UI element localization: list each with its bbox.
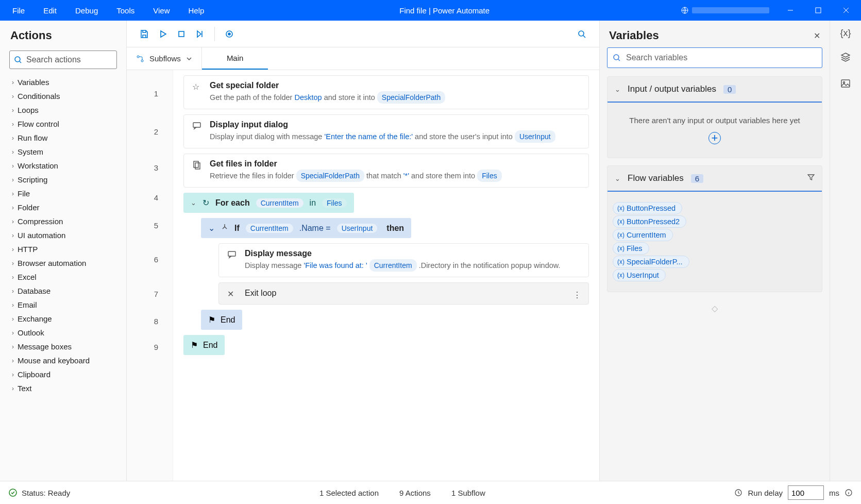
run-button[interactable] — [154, 25, 172, 43]
chevron-right-icon: › — [8, 93, 18, 100]
close-button[interactable] — [834, 0, 858, 21]
delay-input[interactable] — [788, 485, 824, 500]
action-category[interactable]: ›HTTP — [2, 242, 126, 256]
step-get-special-folder[interactable]: ☆ Get special folder Get the path of the… — [183, 75, 589, 109]
step-title: Display input dialog — [210, 120, 555, 129]
action-category[interactable]: ›Run flow — [2, 131, 126, 145]
search-flow-button[interactable] — [572, 25, 591, 43]
action-category[interactable]: ›Clipboard — [2, 367, 126, 381]
action-category[interactable]: ›Flow control — [2, 117, 126, 131]
action-category[interactable]: ›UI automation — [2, 228, 126, 242]
record-button[interactable] — [220, 25, 239, 43]
subflows-dropdown[interactable]: Subflows — [127, 47, 202, 70]
step-if[interactable]: ⌄ If CurrentItem .Name = UserInput then — [201, 218, 411, 238]
flow-section-header[interactable]: ⌄ Flow variables 6 — [607, 166, 822, 192]
action-category[interactable]: ›Mouse and keyboard — [2, 354, 126, 367]
menu-edit[interactable]: Edit — [34, 6, 66, 15]
chevron-right-icon: › — [8, 315, 18, 323]
collapse-icon[interactable]: ⌄ — [208, 223, 215, 233]
action-category[interactable]: ›Outlook — [2, 326, 126, 340]
action-category[interactable]: ›Workstation — [2, 159, 126, 173]
action-category[interactable]: ›Email — [2, 298, 126, 312]
chevron-down-icon: ⌄ — [615, 86, 620, 93]
io-section-header[interactable]: ⌄ Input / output variables 0 — [607, 77, 822, 103]
line-number: 1 — [127, 75, 173, 111]
var-chip[interactable]: (x) ButtonPressed2 — [613, 215, 686, 228]
menu-view[interactable]: View — [144, 6, 179, 15]
chevron-right-icon: › — [8, 385, 18, 392]
menu-tools[interactable]: Tools — [107, 6, 144, 15]
action-category[interactable]: ›Folder — [2, 200, 126, 214]
svg-point-8 — [141, 60, 143, 62]
var-chip[interactable]: (x) SpecialFolderP... — [613, 256, 689, 268]
flow-variable[interactable]: (x) ButtonPressed2 — [613, 215, 817, 225]
search-actions-input[interactable]: Search actions — [9, 51, 117, 69]
canvas-toolbar — [127, 21, 599, 47]
action-category[interactable]: ›Text — [2, 381, 126, 395]
minimize-button[interactable] — [779, 0, 802, 21]
flow-variable[interactable]: (x) UserInput — [613, 269, 817, 278]
chevron-right-icon: › — [8, 218, 18, 225]
actions-category-list[interactable]: ›Variables›Conditionals›Loops›Flow contr… — [0, 75, 126, 481]
add-io-variable-button[interactable]: + — [708, 132, 721, 144]
subflow-icon — [136, 55, 144, 63]
action-category[interactable]: ›Loops — [2, 103, 126, 117]
step-end-for[interactable]: ⚑ End — [183, 335, 225, 355]
action-category[interactable]: ›Exchange — [2, 312, 126, 326]
step-get-files-in-folder[interactable]: Get files in folder Retrieve the files i… — [183, 154, 589, 188]
layers-rail-icon[interactable] — [840, 52, 851, 65]
search-variables-input[interactable]: Search variables — [607, 47, 822, 68]
action-category[interactable]: ›Browser automation — [2, 256, 126, 270]
action-category[interactable]: ›Excel — [2, 270, 126, 284]
step-display-message[interactable]: Display message Display message 'File wa… — [218, 243, 589, 277]
chevron-right-icon: › — [8, 288, 18, 295]
menu-help[interactable]: Help — [179, 6, 214, 15]
var-chip[interactable]: (x) ButtonPressed — [613, 202, 682, 214]
actions-heading: Actions — [0, 21, 126, 48]
stop-button[interactable] — [172, 25, 191, 43]
collapse-icon[interactable]: ⌄ — [191, 199, 196, 207]
flow-variable[interactable]: (x) ButtonPressed — [613, 202, 817, 211]
action-category[interactable]: ›Variables — [2, 75, 126, 89]
images-rail-icon[interactable] — [840, 78, 851, 91]
variables-rail-icon[interactable]: {x} — [840, 28, 851, 39]
filter-icon[interactable] — [807, 174, 815, 183]
flow-variable[interactable]: (x) CurrentItem — [613, 229, 817, 238]
var-chip[interactable]: (x) CurrentItem — [613, 229, 673, 241]
maximize-button[interactable] — [806, 0, 830, 21]
right-rail: {x} — [830, 21, 861, 481]
dialog-icon — [227, 249, 238, 272]
clock-icon — [734, 489, 742, 497]
menu-file[interactable]: File — [3, 6, 34, 15]
chevron-right-icon: › — [8, 190, 18, 197]
menu-debug[interactable]: Debug — [66, 6, 107, 15]
save-button[interactable] — [135, 25, 154, 43]
action-category[interactable]: ›System — [2, 145, 126, 159]
action-category[interactable]: ›Scripting — [2, 173, 126, 187]
var-chip[interactable]: (x) Files — [613, 242, 649, 255]
step-exit-loop[interactable]: ✕ Exit loop ⋮ — [218, 282, 589, 305]
action-category[interactable]: ›Compression — [2, 214, 126, 228]
more-menu-icon[interactable]: ⋮ — [573, 290, 581, 300]
action-category[interactable]: ›Database — [2, 284, 126, 298]
tab-main[interactable]: Main — [202, 47, 268, 70]
star-icon: ☆ — [192, 81, 202, 104]
step-desc: Display message 'File was found at: ' Cu… — [245, 259, 561, 272]
close-icon[interactable]: ✕ — [814, 31, 820, 41]
chevron-right-icon: › — [8, 357, 18, 364]
svg-rect-10 — [194, 161, 198, 167]
environment-badge[interactable] — [676, 6, 774, 14]
step-end-if[interactable]: ⚑ End — [201, 310, 242, 330]
end-label: End — [221, 315, 235, 325]
step-button[interactable] — [191, 25, 209, 43]
action-category[interactable]: ›Conditionals — [2, 89, 126, 103]
flow-variable[interactable]: (x) Files — [613, 242, 817, 251]
action-category[interactable]: ›Message boxes — [2, 340, 126, 354]
step-display-input-dialog[interactable]: Display input dialog Display input dialo… — [183, 114, 589, 148]
flow-variable[interactable]: (x) SpecialFolderP... — [613, 256, 817, 265]
action-category[interactable]: ›File — [2, 187, 126, 200]
clear-values-icon[interactable]: ◇ — [607, 299, 822, 313]
info-icon[interactable] — [845, 489, 853, 497]
var-chip[interactable]: (x) UserInput — [613, 269, 666, 281]
step-for-each[interactable]: ⌄ ↻ For each CurrentItem in Files — [183, 193, 354, 213]
